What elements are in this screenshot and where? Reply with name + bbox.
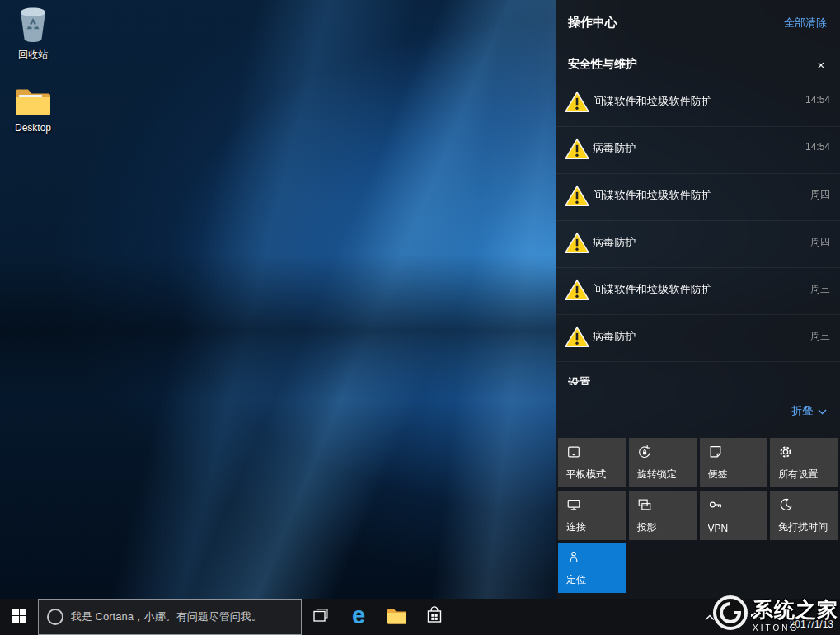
close-group-button[interactable]: × — [812, 59, 830, 71]
desktop-folder-shortcut[interactable]: Desktop — [2, 86, 64, 134]
notification-item[interactable]: 间谍软件和垃圾软件防护14:54 — [556, 80, 840, 127]
recycle-bin-label: 回收站 — [2, 48, 64, 62]
quick-action-label: 所有设置 — [778, 468, 818, 482]
location-icon — [566, 550, 581, 565]
action-center-panel: 操作中心 全部清除 安全性与维护 × 间谍软件和垃圾软件防护14:54病毒防护1… — [556, 0, 840, 599]
notification-time: 周四 — [810, 184, 830, 202]
task-view-icon — [313, 609, 328, 625]
group-title: 安全性与维护 — [568, 57, 637, 72]
volume-icon — [749, 609, 763, 624]
quick-action-vpn[interactable]: VPN — [700, 491, 767, 540]
edge-button[interactable]: e — [340, 599, 378, 635]
cortana-icon — [47, 609, 63, 625]
notification-time: 周三 — [810, 278, 830, 296]
windows-logo-icon — [12, 609, 26, 626]
recycle-bin-icon — [16, 31, 49, 45]
display-icon — [726, 609, 739, 625]
warning-icon — [565, 279, 593, 304]
system-tray: 2017/1/13 — [698, 599, 840, 635]
store-icon — [426, 606, 443, 628]
notification-time: 周四 — [810, 231, 830, 249]
quick-action-label: 平板模式 — [566, 468, 606, 482]
folder-icon — [14, 106, 52, 120]
quick-action-label: 便签 — [708, 468, 728, 482]
notification-title: 病毒防护 — [593, 325, 804, 344]
quiet-hours-icon — [778, 497, 793, 512]
quick-action-label: 定位 — [566, 573, 586, 587]
project-icon — [637, 497, 652, 512]
notification-time: 14:54 — [805, 90, 830, 106]
quick-action-note[interactable]: 便签 — [700, 438, 767, 487]
clear-all-button[interactable]: 全部清除 — [784, 16, 827, 31]
quick-action-label: 旋转锁定 — [637, 468, 677, 482]
note-icon — [708, 444, 723, 459]
notification-title: 病毒防护 — [593, 231, 804, 250]
connect-icon — [566, 497, 581, 512]
partial-group-label: 设置 — [568, 376, 840, 385]
quick-action-label: 免打扰时间 — [778, 520, 828, 534]
notification-title: 间谍软件和垃圾软件防护 — [593, 278, 804, 297]
store-button[interactable] — [415, 599, 453, 635]
chevron-up-icon — [705, 609, 715, 624]
clock-date: 2017/1/13 — [790, 619, 833, 630]
tray-expand-button[interactable] — [698, 599, 721, 635]
notification-title: 间谍软件和垃圾软件防护 — [593, 184, 804, 203]
settings-icon — [778, 444, 793, 459]
quick-action-quiet-hours[interactable]: 免打扰时间 — [770, 491, 838, 540]
notification-item[interactable]: 病毒防护周四 — [556, 221, 840, 268]
start-button[interactable] — [0, 599, 38, 635]
recycle-bin-shortcut[interactable]: 回收站 — [2, 5, 64, 62]
spacer — [556, 426, 840, 438]
notification-item[interactable]: 间谍软件和垃圾软件防护周三 — [556, 268, 840, 315]
quick-action-label: 投影 — [637, 520, 657, 534]
edge-icon: e — [352, 604, 365, 628]
search-placeholder: 我是 Cortana，小娜。有问题尽管问我。 — [71, 609, 262, 624]
notification-item[interactable]: 间谍软件和垃圾软件防护周四 — [556, 174, 840, 221]
notification-time: 14:54 — [805, 137, 830, 153]
warning-icon — [565, 232, 593, 257]
quick-action-settings[interactable]: 所有设置 — [770, 438, 838, 487]
action-center-title: 操作中心 — [568, 15, 617, 31]
taskbar-clock[interactable]: 2017/1/13 — [767, 599, 840, 635]
notification-item[interactable]: 病毒防护周三 — [556, 315, 840, 362]
action-center-header: 操作中心 全部清除 — [556, 0, 840, 40]
rotation-lock-icon — [637, 444, 652, 459]
notification-title: 间谍软件和垃圾软件防护 — [593, 90, 799, 109]
quick-action-tablet[interactable]: 平板模式 — [558, 438, 626, 487]
collapse-label: 折叠 — [791, 403, 813, 418]
file-explorer-button[interactable] — [378, 599, 415, 635]
notification-time: 周三 — [810, 325, 830, 343]
warning-icon — [565, 138, 593, 163]
notification-group-header: 安全性与维护 × — [556, 50, 840, 80]
quick-actions-grid: 平板模式旋转锁定便签所有设置连接投影VPN免打扰时间定位 — [558, 438, 838, 593]
quick-action-label: VPN — [708, 523, 729, 534]
quick-action-rotation-lock[interactable]: 旋转锁定 — [629, 438, 697, 487]
taskbar: 我是 Cortana，小娜。有问题尽管问我。 e — [0, 599, 840, 635]
notification-list: 间谍软件和垃圾软件防护14:54病毒防护14:54间谍软件和垃圾软件防护周四病毒… — [556, 80, 840, 362]
task-view-button[interactable] — [302, 599, 340, 635]
quick-action-connect[interactable]: 连接 — [558, 491, 626, 540]
file-explorer-icon — [387, 607, 407, 628]
tablet-icon — [566, 444, 581, 459]
notification-item[interactable]: 病毒防护14:54 — [556, 127, 840, 174]
quick-action-label: 连接 — [566, 520, 586, 534]
warning-icon — [565, 185, 593, 210]
notification-title: 病毒防护 — [593, 137, 799, 156]
warning-icon — [565, 91, 593, 116]
tray-display-button[interactable] — [721, 599, 744, 635]
cortana-search-box[interactable]: 我是 Cortana，小娜。有问题尽管问我。 — [38, 599, 302, 635]
tray-volume-button[interactable] — [744, 599, 767, 635]
collapse-button[interactable]: 折叠 — [556, 395, 840, 426]
quick-action-location[interactable]: 定位 — [558, 543, 626, 593]
desktop-folder-label: Desktop — [2, 122, 64, 134]
vpn-icon — [708, 497, 723, 512]
chevron-down-icon — [818, 405, 827, 417]
warning-icon — [565, 326, 593, 351]
quick-action-project[interactable]: 投影 — [629, 491, 697, 540]
